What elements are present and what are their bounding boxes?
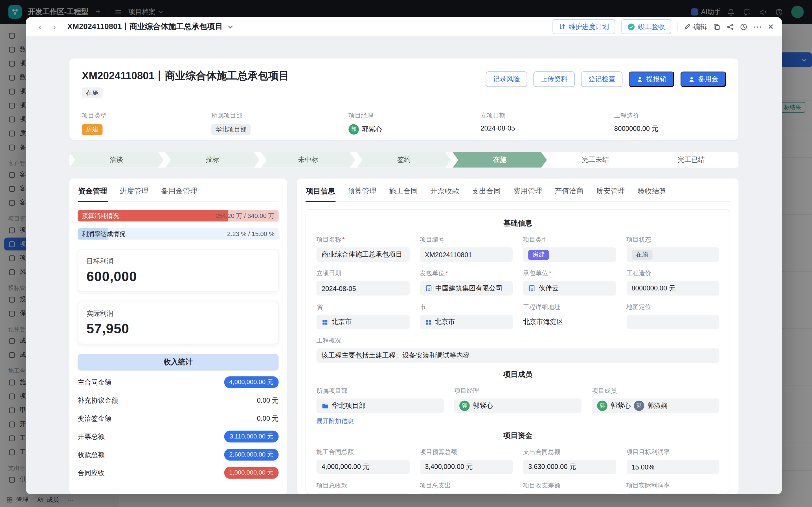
profit-rate-bar: 利润率达成情况 2.23 % / 15.00 % [77,228,278,239]
money-row-value: 1,000,000.00 元 [224,467,278,479]
field-map-location: 地图定位 [626,303,719,329]
field-cost: 工程造价 8000000.00 元 [626,269,719,295]
right-panel-tab[interactable]: 费用管理 [512,186,543,202]
money-row: 主合同金额 4,000,000.00 元 [77,373,278,391]
fund-field-label: 项目预算总额 [420,448,512,456]
pencil-icon [684,23,691,30]
field-start-date: 立项日期 2024-08-05 [481,111,614,135]
project-action-button[interactable]: 登记检查 [581,71,622,87]
project-type-tag: 房建 [82,124,102,135]
field-dept: 所属项目部 华北项目部 展开附加信息 [316,387,444,426]
person-chip: 郭 郭紫心 [597,401,631,411]
title-chevron-down-icon[interactable] [228,25,233,28]
right-panel-tab[interactable]: 验收结算 [637,186,667,202]
target-profit-card: 目标利润 600,000 [77,249,278,292]
building-icon [528,285,536,292]
project-action-button[interactable]: 备用金 [681,71,726,87]
app-root: 开发工作区-工程型 + 项目档案 AI助手 [0,0,812,507]
project-info-card: XM2024110801丨商业综合体施工总承包项目 在施 记录风险 上传资料 [69,58,738,139]
fund-field-value: 2.23% [626,493,719,494]
money-row-value: 3,110,000.00 元 [225,431,279,442]
close-icon[interactable]: × [768,22,774,32]
right-panel-tab[interactable]: 支出合同 [471,186,501,202]
stage-segment[interactable]: 未中标 [261,152,355,168]
left-panel-tab[interactable]: 进度管理 [119,186,149,202]
stage-segment[interactable]: 投标 [165,152,260,168]
fund-field: 项目总收款 2,600,000.00 元 [316,481,409,494]
right-panel-tab[interactable]: 开票收款 [430,186,459,202]
project-action-button[interactable]: 上传资料 [534,71,575,87]
money-row-value: 0.00 元 [257,396,279,405]
avatar: 郭 [597,401,607,411]
fund-field-label: 支出合同总额 [523,448,616,456]
field-contractor: 承包单位* 伙伴云 [523,269,616,295]
person-chip: 郭 郭紫心 [459,401,493,411]
field-department: 所属项目部 华北项目部 [211,111,348,135]
fund-field-label: 项目实际利润率 [626,481,719,490]
money-row-value: 4,000,000.00 元 [224,376,278,388]
field-code: 项目编号 XM2024110801 [420,235,512,262]
person-chip: 郭 郭淑娴 [634,401,667,411]
field-project-type: 项目类型 房建 [82,111,211,135]
stage-segment[interactable]: 在施 [452,152,547,168]
project-stage-stepper: 洽谈 投标 未中标 签约 在施 [69,152,738,168]
money-row-label: 变洽签金额 [77,414,111,423]
copy-icon[interactable] [713,23,720,31]
field-type: 项目类型 房建 [523,235,616,262]
right-panel-tab[interactable]: 项目信息 [306,186,335,202]
field-province: 省 北京市 [316,303,409,329]
history-icon[interactable] [740,23,747,31]
fund-field-label: 施工合同总额 [316,448,409,456]
money-row-value: 0.00 元 [257,414,279,423]
money-row: 收款总额 2,600,000.00 元 [77,446,278,463]
right-panel-tabs: 项目信息 预算管理 施工合同 开票收款 [306,186,730,202]
stage-segment[interactable]: 洽谈 [69,152,164,168]
right-panel-tab[interactable]: 质安管理 [596,186,626,202]
money-row-label: 合同应收 [77,468,104,477]
stage-segment[interactable]: 完工已结 [644,152,738,168]
divider [678,22,678,31]
stage-segment[interactable]: 签约 [357,152,451,168]
fund-field: 支出合同总额 3,630,000.00 元 [523,448,616,474]
field-project-manager: 项目经理 郭 郭紫心 [348,111,481,135]
check-badge-icon [628,23,635,31]
fund-field: 项目总支出 2,542,050.00 元 [420,481,512,494]
fund-field-label: 项目总收款 [316,481,409,490]
right-panel-tab[interactable]: 产值洽商 [554,186,584,202]
maintain-schedule-button[interactable]: 维护进度计划 [552,19,615,34]
money-row-label: 收款总额 [77,450,104,459]
fund-field-label: 项目总支出 [420,481,512,490]
right-panel-tab[interactable]: 预算管理 [347,186,377,202]
project-action-button[interactable]: 提报销 [629,71,674,87]
money-row-label: 主合同金额 [77,378,111,387]
fund-field-label: 项目目标利润率 [626,448,719,456]
fund-field: 项目目标利润率 15.00% [626,448,719,474]
stage-segment[interactable]: 完工未结 [548,152,643,168]
funds-panel: 资金管理 进度管理 备用金管理 [69,178,287,494]
money-row: 变洽签金额 0.00 元 [77,409,278,428]
forward-icon[interactable]: › [49,21,60,32]
building-icon [425,285,432,292]
project-action-button[interactable]: 记录风险 [486,71,527,87]
folder-icon [322,402,329,409]
left-panel-tabs: 资金管理 进度管理 备用金管理 [77,186,278,202]
field-overview: 工程概况 该工程主要包括土建工程、设备安装和调试等内容 [316,336,719,363]
project-action-buttons: 记录风险 上传资料 登记检查 [486,71,726,87]
income-statistics-button[interactable]: 收入统计 [77,354,278,371]
edit-button[interactable]: 编辑 [684,22,707,31]
completion-acceptance-button[interactable]: 竣工验收 [621,19,671,34]
field-team: 项目成员 郭 郭紫心 [592,387,719,426]
project-detail-modal: ‹ › XM2024110801丨商业综合体施工总承包项目 维护进度计划 竣工验… [26,17,782,494]
fund-field-value: 57,950.00 元 [523,493,616,494]
left-panel-tab[interactable]: 备用金管理 [161,186,198,202]
modal-title: XM2024110801丨商业综合体施工总承包项目 [67,22,223,32]
back-icon[interactable]: ‹ [34,21,45,32]
project-detail-panel: 项目信息 预算管理 施工合同 开票收款 [297,178,739,494]
type-tag: 房建 [528,250,549,260]
right-panel-tab[interactable]: 施工合同 [388,186,419,202]
more-icon[interactable]: ⋯ [753,22,761,31]
share-icon[interactable] [726,23,734,31]
expand-info-link[interactable]: 展开附加信息 [316,417,354,426]
project-status-tag: 在施 [82,88,102,98]
left-panel-tab[interactable]: 资金管理 [77,186,108,202]
